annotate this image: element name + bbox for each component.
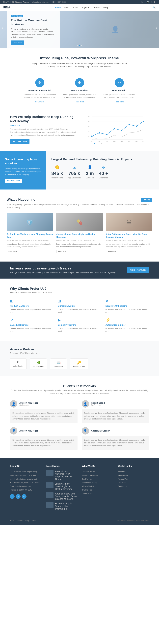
testi-4-text: Eveniet laborum dicta nemo fugilis usibu… bbox=[82, 436, 149, 450]
nav-blog[interactable]: Blog bbox=[103, 6, 108, 9]
instagram-icon[interactable]: 📷 bbox=[147, 1, 149, 3]
hero-dots bbox=[77, 45, 82, 46]
nav-contact[interactable]: Contact bbox=[93, 6, 100, 9]
why-item-4-title: Sales Enablement bbox=[10, 324, 53, 326]
nav-pages[interactable]: Pages ▾ bbox=[82, 6, 89, 9]
footer-news-title: Latest News bbox=[46, 465, 77, 468]
twitter-icon[interactable]: 𝕏 bbox=[141, 1, 143, 3]
useful-link-3[interactable]: Privacy Policy bbox=[118, 477, 149, 481]
business-button[interactable]: Get A Free Quote bbox=[10, 139, 30, 144]
useful-link-1[interactable]: About Us bbox=[118, 470, 149, 474]
useful-link-2[interactable]: How to work bbox=[118, 474, 149, 477]
healthbook-name: Healthbook bbox=[53, 365, 64, 367]
footer-news-text-1[interactable]: As Arctic Ice Vanishes, New Shipping Rou… bbox=[55, 470, 77, 480]
whatwedo-link-4[interactable]: Investment Trading bbox=[82, 481, 113, 484]
footer-twitter-icon[interactable]: 𝕏 bbox=[16, 494, 21, 499]
feature-1-text: Lorem ipsum dolor sit amet, consectetur … bbox=[23, 93, 56, 99]
feature-2-link[interactable]: Read more bbox=[75, 101, 84, 103]
stats-left: Some interesting facts about us We deliv… bbox=[0, 151, 46, 190]
useful-link-5[interactable]: Contact Us bbox=[118, 484, 149, 488]
useful-link-4[interactable]: Our Media bbox=[118, 481, 149, 484]
logo[interactable]: FINA bbox=[3, 6, 10, 9]
svg-text:Nov: Nov bbox=[128, 141, 130, 142]
cta-button[interactable]: Get a Free Quote bbox=[127, 267, 149, 273]
testi-4-avatar: 👤 bbox=[82, 427, 89, 434]
business-who: Who we are bbox=[10, 124, 76, 126]
nav-about[interactable]: About bbox=[64, 6, 69, 9]
hero-dot-1[interactable] bbox=[77, 45, 78, 46]
why-clients-title: Why Clients Prefer Us? bbox=[10, 287, 149, 290]
hero-next-arrow[interactable]: › bbox=[156, 26, 157, 30]
svg-text:Sales: Sales bbox=[96, 144, 99, 144]
stat-app-downloads: ☁ 765 k App Downloads bbox=[68, 165, 81, 179]
footer-news-text-3[interactable]: After Setbacks and Suits, Miami to Open … bbox=[55, 492, 77, 500]
why-item-6-text: Ut enim ad minim veniam, quis nostrud ex… bbox=[106, 327, 149, 332]
testi-1-info: Andrew McGregor Co-Founder bbox=[19, 402, 38, 406]
svg-text:Jun: Jun bbox=[91, 141, 93, 142]
sales-enablement-icon: ↗ bbox=[10, 318, 53, 322]
footer-facebook-icon[interactable]: f bbox=[10, 494, 15, 499]
app-downloads-label: App Downloads bbox=[68, 177, 81, 179]
nav-team[interactable]: Team bbox=[73, 6, 78, 9]
footer-social: f 𝕏 in bbox=[10, 494, 41, 499]
partner-voice-center: 🎙 Voice Center bbox=[10, 358, 27, 369]
hero-dot-2[interactable] bbox=[79, 45, 80, 46]
search-icon[interactable]: 🔍 bbox=[152, 6, 156, 9]
news-1-text: Lorem ipsum dolor sit amet, consectetur … bbox=[7, 243, 53, 248]
footer-news-text-4[interactable]: How Planning for Science Has Informing I… bbox=[55, 502, 77, 510]
svg-point-18 bbox=[136, 126, 137, 127]
linkedin-icon[interactable]: in bbox=[151, 1, 152, 3]
news-2-readmore[interactable]: Read More bbox=[56, 250, 68, 253]
footer-bottom-links: Home Portfolio Blog Twitter bbox=[10, 520, 36, 522]
footer-linkedin-icon[interactable]: in bbox=[22, 494, 27, 499]
testi-card-2: 👤 Robert Brand Co-Founder Eveniet laboru… bbox=[82, 400, 149, 423]
news-2-text: Lorem ipsum dolor sit amet, consectetur … bbox=[56, 243, 103, 248]
testimonials-title: Client's Testimonials bbox=[10, 384, 149, 388]
whatwedo-link-6[interactable]: Trading Tips bbox=[82, 488, 113, 492]
why-item-1-text: Ut enim ad minim veniam, quis nostrud ex… bbox=[10, 308, 53, 314]
hero-dot-3[interactable] bbox=[81, 45, 82, 46]
testi-3-name: Andrew McGregor bbox=[19, 430, 38, 432]
hero-text: We transform the way in which working ca… bbox=[11, 28, 55, 38]
app-downloads-icon: ☁ bbox=[68, 165, 81, 170]
phone-text: +1 545 754 2555 bbox=[52, 1, 66, 3]
whatwedo-link-7[interactable]: Data Element bbox=[82, 492, 113, 495]
stats-left-button[interactable]: Read our team bbox=[5, 178, 22, 183]
whatwedo-link-5[interactable]: Wealth Marketing bbox=[82, 484, 113, 488]
news-2-title[interactable]: Jimmy Kimmel Sheds Light on Health Cover… bbox=[56, 233, 103, 238]
partner-healthbook: 📖 Healthbook bbox=[50, 358, 67, 370]
footer-bottom-link-home[interactable]: Home bbox=[10, 520, 14, 522]
news-3-title[interactable]: After Setbacks and Suits, Miami to Open … bbox=[106, 233, 152, 238]
footer-news-text-2[interactable]: Jimmy Kimmel Sheds Light on Health Cover… bbox=[55, 482, 77, 490]
why-item-3-title: New Hire Onboarding bbox=[106, 305, 149, 307]
news-1-readmore[interactable]: Read More bbox=[7, 250, 18, 253]
cta-title: Increase your business growth & sales bbox=[10, 266, 116, 270]
feature-3-link[interactable]: Read more bbox=[115, 101, 124, 103]
hero-prev-arrow[interactable]: ‹ bbox=[2, 26, 3, 30]
why-item-5: ▶ Company Training Ut enim ad minim veni… bbox=[58, 318, 101, 332]
footer-bottom-link-blog[interactable]: Blog bbox=[25, 520, 29, 522]
testi-1-text: Eveniet laborum dicta nemo fugilis usibu… bbox=[10, 409, 77, 423]
youtube-icon[interactable]: ▶ bbox=[154, 1, 156, 3]
happy-clients-label: Happy Clients bbox=[51, 177, 63, 179]
whatwedo-link-2[interactable]: Planning Strategies bbox=[82, 474, 113, 477]
nav-home[interactable]: Home bbox=[55, 6, 61, 9]
our-blog-button[interactable]: Our Blog bbox=[141, 198, 152, 202]
why-item-3-text: Ut enim ad minim veniam, quis nostrud ex… bbox=[106, 308, 149, 314]
features-section: ✈ Powerful & Beautiful Lorem ipsum dolor… bbox=[0, 73, 159, 108]
feature-3-text: Lorem ipsum dolor sit amet, consectetur … bbox=[103, 93, 136, 99]
news-3-readmore[interactable]: Read More bbox=[106, 250, 118, 253]
news-card-2: 💊 Jimmy Kimmel Sheds Light on Health Cov… bbox=[56, 213, 103, 253]
footer-bottom-link-twitter[interactable]: Twitter bbox=[31, 520, 36, 522]
hero-content: WHO WE ARE The Unique Creative Design bu… bbox=[7, 12, 60, 48]
news-3-text: Lorem ipsum dolor sit amet, consectetur … bbox=[106, 243, 152, 248]
testi-2-name: Robert Brand bbox=[91, 402, 105, 404]
news-1-title[interactable]: As Arctic Ice Vanishes, New Shipping Rou… bbox=[7, 233, 53, 238]
hero-button[interactable]: Read more bbox=[11, 40, 24, 45]
testi-4-info: Andrew McGregor bbox=[91, 430, 110, 432]
footer-bottom-link-portfolio[interactable]: Portfolio bbox=[17, 520, 23, 522]
facebook-icon[interactable]: f bbox=[145, 1, 145, 3]
whatwedo-link-1[interactable]: Financial Advice bbox=[82, 470, 113, 474]
whatwedo-link-3[interactable]: Tax Planning bbox=[82, 477, 113, 481]
feature-1-link[interactable]: Read more bbox=[35, 101, 44, 103]
